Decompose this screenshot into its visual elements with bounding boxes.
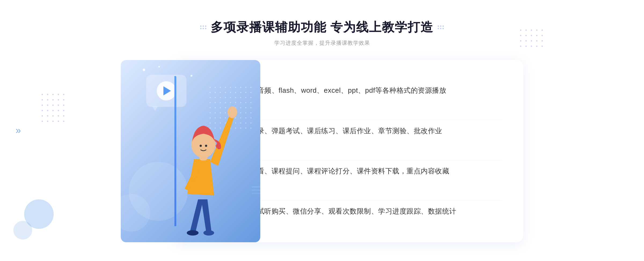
bg-decoration-circle-2 [13, 221, 32, 240]
svg-point-5 [203, 230, 214, 236]
sparkle-2 [158, 66, 160, 68]
bg-dot-pattern-right [520, 29, 545, 49]
svg-point-9 [200, 145, 202, 147]
deco-stripe-bars [252, 186, 260, 194]
bg-dot-pattern-left [42, 94, 66, 124]
sparkle-1 [143, 69, 145, 71]
main-content-wrapper: 支持视频、音频、flash、word、excel、ppt、pdf等各种格式的资源… [121, 60, 523, 242]
svg-point-6 [228, 106, 237, 118]
vertical-accent-bar [174, 76, 176, 226]
illustration-panel: // Will be rendered via JS below [121, 60, 260, 242]
page-subtitle: 学习进度全掌握，提升录播课教学效果 [200, 39, 444, 47]
chevron-left-decoration: » [16, 125, 21, 136]
human-figure-illustration [160, 92, 246, 242]
page-title: 多项录播课辅助功能 专为线上教学打造 [211, 19, 434, 36]
svg-point-4 [187, 230, 199, 236]
sparkle-3 [191, 75, 192, 77]
svg-point-10 [205, 145, 207, 147]
title-dots-right [438, 25, 444, 29]
title-dots-left [200, 25, 206, 29]
title-wrapper: 多项录播课辅助功能 专为线上教学打造 [200, 19, 444, 36]
page-header: 多项录播课辅助功能 专为线上教学打造 学习进度全掌握，提升录播课教学效果 [200, 19, 444, 47]
bubble-tail [152, 106, 158, 111]
